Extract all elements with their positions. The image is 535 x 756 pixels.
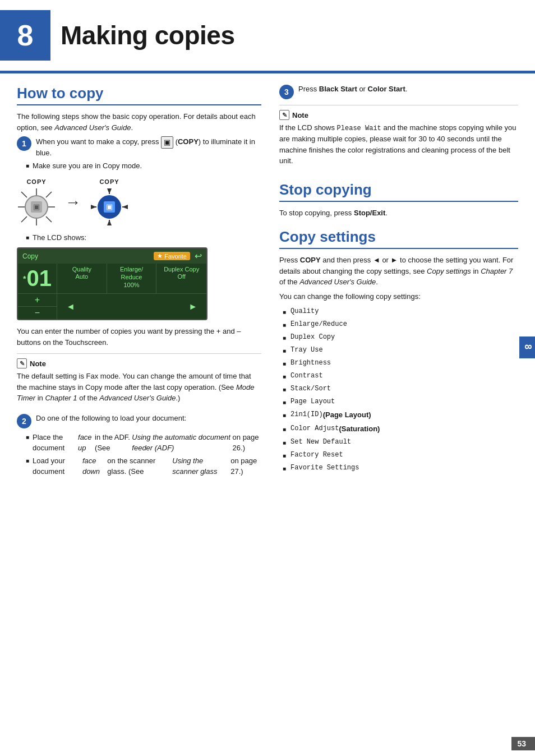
lcd-options: Quality Auto Enlarge/Reduce 100% Duplex … — [57, 264, 206, 293]
setting-factory-reset: Factory Reset — [283, 450, 518, 460]
step1-bullets: Make sure you are in Copy mode. — [26, 160, 261, 172]
lcd-enlarge-label: Enlarge/Reduce — [109, 265, 154, 282]
copies-text: You can enter the number of copies you w… — [17, 326, 261, 348]
copy-settings-list: Quality Enlarge/Reduce Duplex Copy Tray … — [283, 306, 518, 473]
setting-2in1: 2in1(ID) (Page Layout) — [283, 409, 518, 421]
chapter-badge: 8 — [0, 10, 50, 61]
note2-box: ✎ Note If the LCD shows Please Wait and … — [279, 105, 518, 171]
lcd-duplex: Duplex Copy Off — [156, 264, 206, 293]
step1-bullet1: Make sure you are in Copy mode. — [26, 160, 261, 172]
step1-circle: 1 — [17, 136, 31, 151]
stop-copying-heading: Stop copying — [279, 181, 518, 202]
lcd-duplex-label: Duplex Copy — [159, 265, 204, 273]
page-header: 8 Making copies — [0, 0, 535, 66]
lcd-quality: Quality Auto — [57, 264, 107, 293]
header-blue-bar — [0, 71, 535, 73]
step2-text: Do one of the following to load your doc… — [36, 414, 186, 422]
note2-text: If the LCD shows Please Wait and the mac… — [279, 122, 518, 167]
svg-line-7 — [46, 216, 52, 222]
note2-title: ✎ Note — [279, 110, 518, 120]
svg-marker-15 — [122, 205, 128, 209]
sidebar-tab: 8 — [519, 336, 535, 358]
setting-color-adjust: Color Adjust (Saturation) — [283, 423, 518, 435]
page-title: Making copies — [61, 20, 234, 50]
setting-brightness: Brightness — [283, 358, 518, 368]
lcd-number: *01 — [18, 264, 57, 293]
note2-label: Note — [292, 111, 308, 119]
note2-icon: ✎ — [279, 110, 289, 120]
setting-duplex: Duplex Copy — [283, 332, 518, 342]
lcd-plusminus: + − — [18, 294, 57, 319]
left-column: How to copy The following steps show the… — [17, 85, 275, 481]
svg-line-5 — [46, 192, 52, 197]
setting-stack: Stack/Sort — [283, 384, 518, 394]
content-wrapper: How to copy The following steps show the… — [0, 85, 535, 481]
step1-content: When you want to make a copy, press ▣ (C… — [36, 136, 261, 157]
setting-enlarge: Enlarge/Reduce — [283, 319, 518, 329]
copy-btn-circle-inactive: ▣ — [25, 195, 48, 219]
lcd-enlarge: Enlarge/Reduce 100% — [107, 264, 157, 293]
page-number-bg: 53 — [511, 737, 535, 750]
setting-new-default: Set New Default — [283, 437, 518, 447]
step2-content: Do one of the following to load your doc… — [36, 414, 261, 422]
svg-marker-13 — [91, 205, 96, 209]
step2-bullet1: Place the document face up in the ADF. (… — [26, 432, 261, 454]
svg-line-6 — [21, 216, 27, 222]
copy-btn-inner-active: ▣ — [104, 201, 115, 213]
copy-button-icon: ▣ — [161, 136, 173, 149]
copy-settings-text2: You can change the following copy settin… — [279, 291, 518, 302]
setting-quality: Quality — [283, 306, 518, 316]
copy-diagram: COPY ▣ — [17, 178, 261, 227]
svg-marker-11 — [107, 220, 112, 225]
lcd-plus-btn[interactable]: + — [18, 294, 57, 307]
note1-box: ✎ Note The default setting is Fax mode. … — [17, 353, 261, 408]
step1-text-a: When you want to make a copy, press ▣ (C… — [36, 137, 255, 157]
lcd-favorite-btn[interactable]: ★ Favorite — [154, 252, 190, 260]
copy-btn-wrap-active: ▣ — [90, 187, 129, 227]
step3-row: 3 Press Black Start or Color Start. — [279, 85, 518, 99]
lcd-topbar: Copy ★ Favorite ↩ — [18, 248, 206, 264]
page-number: 53 — [517, 739, 526, 748]
lcd-label-item: The LCD shows: — [26, 232, 261, 243]
svg-line-4 — [21, 192, 27, 197]
lcd-quality-label: Quality — [59, 265, 104, 273]
copy-btn-inactive: COPY ▣ — [17, 178, 56, 227]
step3-circle: 3 — [279, 85, 294, 99]
lcd-copy-label: Copy — [22, 252, 38, 260]
setting-tray: Tray Use — [283, 345, 518, 355]
step2-bullet2: Load your document face down on the scan… — [26, 455, 261, 477]
lcd-screen: Copy ★ Favorite ↩ *01 Quality Auto — [17, 247, 207, 320]
setting-contrast: Contrast — [283, 371, 518, 381]
lcd-bottom-row: + − ◄ ► — [18, 293, 206, 319]
favorite-label: Favorite — [164, 253, 187, 260]
lcd-label-list: The LCD shows: — [26, 232, 261, 243]
note1-icon: ✎ — [17, 358, 27, 368]
note1-label: Note — [30, 359, 46, 368]
stop-copying-text: To stop copying, press Stop/Exit. — [279, 208, 518, 219]
copy-btn-active: COPY ▣ — [90, 178, 129, 227]
setting-favorite: Favorite Settings — [283, 463, 518, 473]
svg-marker-9 — [107, 188, 112, 194]
step1-row: 1 When you want to make a copy, press ▣ … — [17, 136, 261, 157]
setting-page-layout: Page Layout — [283, 397, 518, 407]
lcd-back-icon: ↩ — [195, 251, 202, 261]
lcd-topbar-right: ★ Favorite ↩ — [154, 251, 202, 261]
lcd-left-arrow[interactable]: ◄ — [66, 302, 75, 312]
lcd-asterisk: * — [23, 274, 26, 283]
lcd-main-row: *01 Quality Auto Enlarge/Reduce 100% Dup… — [18, 264, 206, 293]
copy-btn-inner-inactive: ▣ — [31, 201, 42, 213]
lcd-minus-btn[interactable]: − — [18, 307, 57, 319]
note1-text: The default setting is Fax mode. You can… — [17, 371, 261, 404]
lcd-right-arrow[interactable]: ► — [188, 302, 197, 312]
step2-circle: 2 — [17, 414, 31, 428]
how-to-copy-heading: How to copy — [17, 85, 261, 105]
copy-settings-text1: Press COPY and then press ◄ or ► to choo… — [279, 255, 518, 288]
copy-label-left: COPY — [26, 178, 46, 185]
lcd-enlarge-val: 100% — [109, 282, 154, 288]
lcd-duplex-val: Off — [159, 273, 204, 280]
step2-row: 2 Do one of the following to load your d… — [17, 414, 261, 428]
copy-btn-circle-active: ▣ — [98, 195, 121, 219]
step3-content: Press Black Start or Color Start. — [298, 85, 518, 93]
note1-title: ✎ Note — [17, 358, 261, 368]
copy-label-right: COPY — [99, 178, 119, 185]
